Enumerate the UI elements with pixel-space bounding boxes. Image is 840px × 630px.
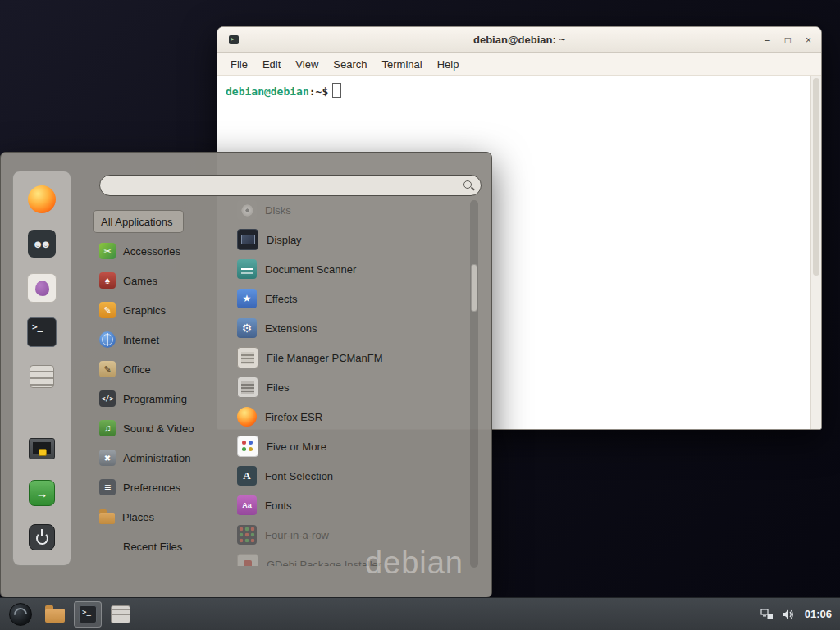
- purple-app-icon: [27, 273, 57, 303]
- logout-icon: [29, 480, 55, 506]
- app-files[interactable]: Files: [237, 372, 467, 402]
- app-five-or-more[interactable]: Five or More: [237, 431, 467, 461]
- drawer-icon: [111, 605, 130, 623]
- category-label: Recent Files: [123, 541, 182, 553]
- app-extensions[interactable]: Extensions: [237, 313, 467, 343]
- terminal-scrollbar-thumb[interactable]: [813, 78, 819, 276]
- files-icon: [237, 377, 258, 398]
- favorite-logout[interactable]: [24, 477, 60, 509]
- terminal-scrollbar[interactable]: [810, 76, 821, 429]
- app-label: Document Scanner: [265, 263, 356, 276]
- category-administration[interactable]: Administration: [93, 443, 234, 472]
- preferences-icon: [99, 479, 116, 495]
- internet-icon: [99, 331, 116, 348]
- terminal-cursor: [332, 83, 341, 98]
- desktop[interactable]: debian@debian: ~ – □ × FileEditViewSearc…: [0, 0, 840, 630]
- network-icon[interactable]: [760, 609, 774, 620]
- category-places[interactable]: Places: [93, 502, 234, 532]
- terminal-icon: [27, 317, 57, 347]
- category-label: Preferences: [123, 482, 180, 494]
- programming-icon: [99, 390, 116, 407]
- app-effects[interactable]: Effects: [237, 284, 467, 313]
- menu-scrollbar[interactable]: [470, 200, 478, 568]
- app-label: Font Selection: [265, 470, 333, 482]
- four-in-a-row-icon: [237, 525, 257, 545]
- disks-icon: [237, 200, 257, 220]
- volume-icon[interactable]: [782, 609, 795, 620]
- app-font-selection[interactable]: Font Selection: [237, 461, 467, 491]
- favorite-archive[interactable]: [24, 360, 60, 393]
- accessories-icon: [99, 243, 116, 259]
- extensions-icon: [237, 318, 257, 338]
- favorite-purple-app[interactable]: [24, 272, 60, 304]
- gdebi-icon: [237, 554, 258, 566]
- category-graphics[interactable]: Graphics: [93, 295, 234, 325]
- debian-watermark: debian: [365, 546, 463, 581]
- favorite-users[interactable]: [24, 227, 60, 260]
- search-input[interactable]: [99, 175, 482, 196]
- category-accessories[interactable]: Accessories: [93, 236, 234, 266]
- category-games[interactable]: Games: [93, 266, 234, 295]
- category-recent-files[interactable]: Recent Files: [93, 532, 234, 561]
- taskbar-item-file-manager[interactable]: [41, 601, 69, 628]
- taskbar-items: [41, 601, 135, 628]
- screensaver-icon: [29, 438, 55, 459]
- taskbar: 01:06: [0, 597, 840, 630]
- app-label: Extensions: [265, 322, 317, 335]
- menu-scrollbar-thumb[interactable]: [471, 264, 477, 312]
- app-fonts[interactable]: Fonts: [237, 491, 467, 520]
- office-icon: [99, 361, 116, 377]
- terminal-menu-view[interactable]: View: [289, 56, 325, 73]
- favorite-shutdown[interactable]: [24, 521, 60, 554]
- favorite-terminal[interactable]: [24, 316, 60, 349]
- terminal-menu-terminal[interactable]: Terminal: [376, 56, 429, 73]
- category-label: Programming: [123, 393, 187, 405]
- category-label: Graphics: [123, 304, 166, 317]
- app-disks[interactable]: Disks: [237, 195, 467, 225]
- menu-button[interactable]: [8, 602, 33, 627]
- minimize-button[interactable]: –: [765, 35, 770, 45]
- category-label: Internet: [123, 334, 159, 346]
- terminal-menu-help[interactable]: Help: [431, 56, 466, 73]
- application-list: DisksDisplayDocument ScannerEffectsExten…: [237, 195, 467, 566]
- firefox-icon: [28, 185, 56, 213]
- taskbar-item-terminal[interactable]: [74, 601, 102, 628]
- app-firefox-esr[interactable]: Firefox ESR: [237, 402, 467, 431]
- category-internet[interactable]: Internet: [93, 325, 234, 354]
- close-button[interactable]: ×: [806, 35, 811, 45]
- games-icon: [99, 272, 116, 289]
- app-label: Four-in-a-row: [265, 529, 329, 541]
- app-label: Files: [267, 381, 289, 394]
- app-label: Effects: [265, 293, 298, 305]
- category-label: Administration: [123, 452, 190, 464]
- app-document-scanner[interactable]: Document Scanner: [237, 254, 467, 284]
- fonts-icon: [237, 495, 257, 515]
- app-label: Firefox ESR: [265, 411, 322, 423]
- favorite-screensaver[interactable]: [24, 432, 60, 465]
- category-programming[interactable]: Programming: [93, 384, 234, 413]
- category-sound-video[interactable]: Sound & Video: [93, 413, 234, 443]
- favorite-firefox[interactable]: [24, 183, 60, 216]
- app-file-manager-pcmanfm[interactable]: File Manager PCManFM: [237, 343, 467, 372]
- app-display[interactable]: Display: [237, 225, 467, 254]
- users-icon: [28, 230, 56, 258]
- firefox-icon: [237, 407, 257, 427]
- category-office[interactable]: Office: [93, 354, 234, 384]
- app-label: Disks: [265, 204, 291, 217]
- shutdown-icon: [29, 524, 55, 550]
- category-preferences[interactable]: Preferences: [93, 472, 234, 502]
- terminal-titlebar[interactable]: debian@debian: ~ – □ ×: [217, 27, 821, 53]
- clock[interactable]: 01:06: [805, 608, 832, 620]
- terminal-menu-search[interactable]: Search: [326, 56, 373, 73]
- window-controls: – □ ×: [765, 27, 811, 52]
- prompt-user-host: debian@debian: [226, 85, 309, 98]
- category-all-applications[interactable]: All Applications: [93, 210, 184, 233]
- search-bar: [99, 175, 482, 196]
- taskbar-item-files[interactable]: [107, 601, 135, 628]
- font-selection-icon: [237, 466, 257, 486]
- scanner-icon: [237, 259, 257, 279]
- maximize-button[interactable]: □: [785, 35, 791, 45]
- terminal-menu-file[interactable]: File: [224, 56, 254, 73]
- category-label: Sound & Video: [123, 422, 194, 435]
- terminal-menu-edit[interactable]: Edit: [256, 56, 287, 73]
